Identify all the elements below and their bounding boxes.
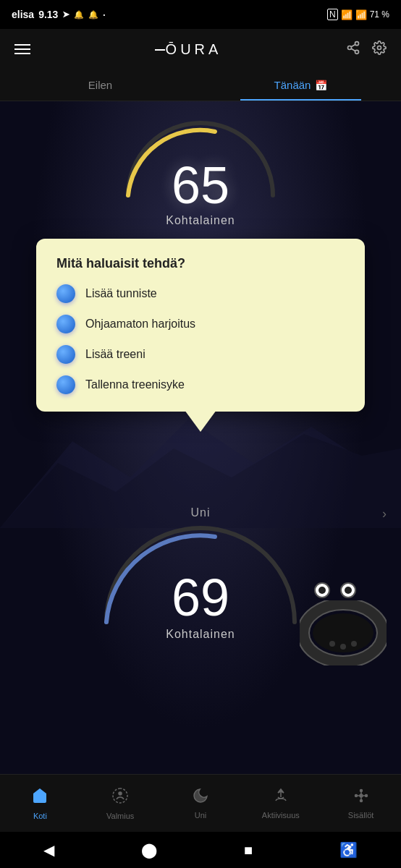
main-content: 65 Kohtalainen H... Valmiutesi on...päiv…: [0, 101, 401, 803]
recent-button[interactable]: ■: [229, 836, 267, 864]
svg-point-17: [360, 790, 362, 792]
battery-text: 71 %: [370, 9, 389, 20]
option-label-2: Ohjaamaton harjoitus: [85, 318, 195, 331]
svg-point-18: [360, 800, 362, 802]
notification-icon1: 🔔: [74, 10, 84, 20]
popup-option-3[interactable]: Lisää treeni: [56, 345, 345, 364]
status-bar: elisa 9.13 ➤ 🔔 🔔 • N 📶 📶 71 %: [0, 0, 401, 29]
accessibility-button[interactable]: ♿: [325, 835, 372, 864]
svg-point-1: [347, 46, 351, 49]
sisallot-icon: [353, 787, 370, 808]
uni-icon: [192, 787, 209, 808]
svg-point-0: [355, 41, 358, 45]
aktiivisuus-icon: [272, 787, 290, 808]
popup-bubble: Mitä haluaisit tehdä? Lisää tunniste Ohj…: [36, 239, 365, 412]
menu-line-3: [14, 53, 30, 54]
wifi-icon: 📶: [341, 9, 353, 20]
status-right: N 📶 📶 71 %: [327, 9, 389, 20]
svg-line-4: [351, 44, 355, 46]
tab-eilen[interactable]: Eilen: [0, 69, 200, 101]
valmius-icon: [111, 787, 129, 809]
share-icon[interactable]: [346, 41, 360, 59]
option-dot-4: [56, 375, 75, 394]
popup-title: Mitä haluaisit tehdä?: [56, 256, 345, 271]
header-actions: [346, 41, 387, 59]
option-label-1: Lisää tunniste: [85, 287, 157, 300]
system-nav: ◀ ⬤ ■ ♿: [0, 832, 401, 868]
option-dot-1: [56, 284, 75, 303]
arrow-icon: ➤: [62, 9, 69, 20]
svg-line-3: [351, 48, 355, 51]
notification-icon2: 🔔: [88, 10, 98, 20]
popup-overlay: Mitä haluaisit tehdä? Lisää tunniste Ohj…: [0, 101, 401, 803]
dot-indicator: •: [103, 12, 105, 18]
tab-tanaan[interactable]: Tänään 📅: [200, 69, 401, 101]
signal-icon: 📶: [355, 9, 367, 20]
popup-option-1[interactable]: Lisää tunniste: [56, 284, 345, 303]
nav-koti-label: Koti: [33, 812, 47, 820]
nfc-icon: N: [327, 9, 338, 20]
option-dot-3: [56, 345, 75, 364]
svg-point-2: [355, 50, 358, 54]
back-button[interactable]: ◀: [29, 835, 69, 864]
nav-valmius[interactable]: Valmius: [80, 787, 161, 820]
home-icon: [31, 787, 48, 809]
logo-overline: [155, 49, 165, 51]
option-dot-2: [56, 315, 75, 333]
nav-uni-label: Uni: [195, 811, 207, 820]
menu-button[interactable]: [14, 44, 30, 54]
nav-aktiivisuus[interactable]: Aktiivisuus: [240, 787, 321, 820]
nav-valmius-label: Valmius: [106, 812, 134, 820]
carrier-text: elisa: [12, 9, 34, 20]
popup-option-4[interactable]: Tallenna treenisyke: [56, 375, 345, 394]
option-label-3: Lisää treeni: [85, 348, 145, 361]
menu-line-2: [14, 48, 30, 50]
menu-line-1: [14, 44, 30, 46]
option-label-4: Tallenna treenisyke: [85, 378, 185, 391]
svg-point-16: [360, 794, 363, 797]
bottom-nav: Koti Valmius Uni Aktiivisu: [0, 774, 401, 832]
nav-koti[interactable]: Koti: [0, 787, 80, 820]
settings-icon[interactable]: [372, 41, 387, 59]
nav-sisallot[interactable]: Sisällöt: [321, 787, 401, 820]
nav-uni[interactable]: Uni: [161, 787, 241, 820]
svg-point-14: [119, 792, 122, 795]
popup-option-2[interactable]: Ohjaamaton harjoitus: [56, 315, 345, 333]
home-button[interactable]: ⬤: [127, 835, 172, 864]
app-logo: ŌURA: [155, 41, 222, 58]
nav-aktiivisuus-label: Aktiivisuus: [262, 811, 300, 820]
time-text: 9.13: [38, 9, 58, 20]
tab-bar: Eilen Tänään 📅: [0, 69, 401, 101]
svg-point-5: [377, 46, 381, 49]
svg-point-20: [365, 795, 367, 797]
status-left: elisa 9.13 ➤ 🔔 🔔 •: [12, 9, 105, 20]
nav-sisallot-label: Sisällöt: [348, 811, 373, 820]
svg-point-19: [355, 795, 357, 797]
calendar-icon: 📅: [315, 80, 327, 91]
app-header: ŌURA: [0, 29, 401, 69]
